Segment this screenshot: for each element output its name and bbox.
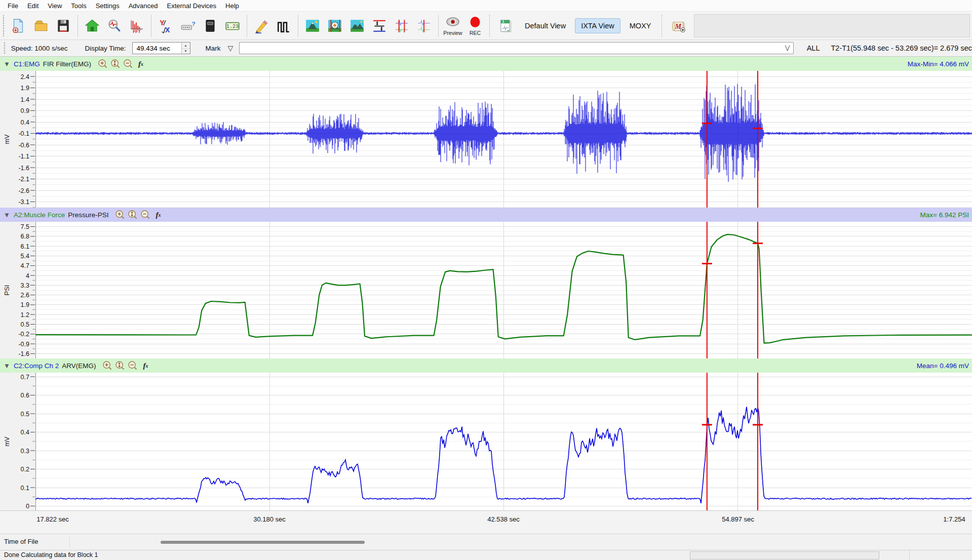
svg-text:-0.1: -0.1 xyxy=(18,130,29,137)
channel-collapse-icon[interactable]: ▼ xyxy=(4,362,10,370)
menu-help[interactable]: Help xyxy=(221,1,244,11)
home-button[interactable] xyxy=(81,13,103,39)
preview-button[interactable]: Preview xyxy=(442,13,464,39)
channel-collapse-icon[interactable]: ▼ xyxy=(4,60,10,68)
full-scale-button[interactable] xyxy=(346,13,368,39)
channel-1-plot[interactable] xyxy=(35,71,972,208)
toolbar-separator xyxy=(662,15,664,37)
svg-text:0: 0 xyxy=(26,503,29,510)
channel-stack: ▼ C1:EMG FIR Filter(EMG) fx Max-Min= 4.0… xyxy=(0,57,972,510)
zoom-in-button[interactable] xyxy=(97,58,108,69)
stimulator-icon xyxy=(276,18,291,33)
find-pulse-button[interactable] xyxy=(103,13,126,39)
menu-settings[interactable]: Settings xyxy=(91,1,124,11)
range-all-button[interactable]: ALL xyxy=(807,44,820,52)
journal-button[interactable] xyxy=(250,13,273,39)
save-file-button[interactable] xyxy=(52,13,74,39)
status-progress-box xyxy=(690,551,879,559)
stimulator-button[interactable] xyxy=(273,13,295,39)
time-tick-label: 30.180 sec xyxy=(253,515,286,523)
zoom-in-icon xyxy=(102,361,112,371)
autoscale-button[interactable] xyxy=(114,360,126,371)
function-fx-button[interactable]: fx xyxy=(140,360,151,371)
svg-text:-3.1: -3.1 xyxy=(18,198,29,206)
open-file-button[interactable] xyxy=(30,13,52,39)
svg-text:4.7: 4.7 xyxy=(21,262,29,269)
views-button[interactable]: 1 xyxy=(495,13,517,39)
scroll-divider xyxy=(69,536,70,548)
two-cursors-icon xyxy=(394,18,409,33)
menu-file[interactable]: File xyxy=(3,1,23,11)
toolbar-group xyxy=(6,12,76,39)
preview-icon xyxy=(446,16,460,30)
numeric-display-button[interactable]: 1.23 xyxy=(221,13,244,39)
time-scrollbar-thumb[interactable] xyxy=(161,541,365,544)
svg-text:-2.6: -2.6 xyxy=(18,187,29,194)
default-view-button[interactable]: Default View xyxy=(519,18,572,33)
ixta-view-button[interactable]: IXTA View xyxy=(575,18,620,33)
menu-edit[interactable]: Edit xyxy=(23,1,43,11)
xy-view-button[interactable]: YX xyxy=(154,13,177,39)
svg-text:FFT: FFT xyxy=(133,29,141,33)
autoscale-button[interactable] xyxy=(127,209,138,220)
svg-text:0.7: 0.7 xyxy=(21,374,29,381)
menu-advanced[interactable]: Advanced xyxy=(124,1,163,11)
channel-3-function: ARV(EMG) xyxy=(62,362,96,370)
macro-button[interactable]: M xyxy=(667,13,689,39)
svg-text:0.9: 0.9 xyxy=(21,107,29,114)
device-info-icon: ? xyxy=(180,18,196,33)
fft-button[interactable]: FFT xyxy=(126,13,148,39)
channel-1-stat-readout: Max-Min= 4.066 mV xyxy=(908,60,972,68)
mark-text-combo[interactable]: ⋁ xyxy=(239,42,793,54)
zoom-cursors-button[interactable] xyxy=(324,13,346,39)
autoscale-button[interactable] xyxy=(110,58,121,69)
two-cursors-button[interactable] xyxy=(391,13,413,39)
moxy-view-button[interactable]: MOXY xyxy=(624,18,657,33)
svg-text:1: 1 xyxy=(502,20,504,23)
svg-text:Y: Y xyxy=(160,18,165,26)
zoom-in-button[interactable] xyxy=(102,360,113,371)
zoom-in-button[interactable] xyxy=(114,209,126,220)
svg-text:-0.2: -0.2 xyxy=(18,331,29,338)
device-info-button[interactable]: ? xyxy=(177,13,199,39)
spinner-up-button[interactable]: ▲ xyxy=(182,43,190,48)
svg-text:mV: mV xyxy=(3,436,11,447)
zoom-out-button[interactable] xyxy=(140,209,151,220)
time-of-file-label: Time of File xyxy=(4,538,38,545)
channel-2-stat-readout: Max= 6.942 PSI xyxy=(920,211,972,219)
status-divider xyxy=(909,550,910,560)
one-cursor-button[interactable] xyxy=(413,13,435,39)
zoom-out-button[interactable] xyxy=(127,360,138,371)
toolbar-group: FFT xyxy=(80,12,149,39)
toolbar-group: M xyxy=(666,12,691,39)
channel-collapse-icon[interactable]: ▼ xyxy=(4,211,10,219)
channel-3-plot[interactable] xyxy=(35,373,972,510)
zoom-in-icon xyxy=(115,210,125,220)
device-panel-button[interactable] xyxy=(199,13,221,39)
marks-view-button[interactable] xyxy=(301,13,324,39)
toolbar-separator xyxy=(489,15,492,37)
toolbar-grip xyxy=(2,15,5,36)
measure-range-button[interactable] xyxy=(368,13,391,39)
menu-view[interactable]: View xyxy=(43,1,66,11)
function-fx-button[interactable]: fx xyxy=(152,209,164,220)
numeric-display-icon: 1.23 xyxy=(225,18,240,33)
svg-text:-2.1: -2.1 xyxy=(18,176,29,183)
channel-1-function: FIR Filter(EMG) xyxy=(43,60,91,68)
main-toolbar: FFTYX?1.23PreviewREC1Default ViewIXTA Vi… xyxy=(0,11,972,40)
one-cursor-icon xyxy=(416,18,432,33)
svg-text:1.4: 1.4 xyxy=(21,96,29,103)
function-fx-button[interactable]: fx xyxy=(135,58,146,69)
svg-text:6.1: 6.1 xyxy=(21,243,29,250)
record-button[interactable]: REC xyxy=(464,13,486,39)
display-time-input[interactable] xyxy=(133,43,181,54)
mark-dropdown-icon[interactable]: ▽ xyxy=(228,44,234,52)
svg-text:0.5: 0.5 xyxy=(21,411,29,418)
menu-tools[interactable]: Tools xyxy=(66,1,91,11)
acquisition-controls-row: Speed: 1000 s/sec Display Time: ▲ ▼ Mark… xyxy=(0,40,972,57)
new-file-button[interactable] xyxy=(8,13,30,39)
menu-external-devices[interactable]: External Devices xyxy=(162,1,221,11)
zoom-out-button[interactable] xyxy=(123,58,134,69)
spinner-down-button[interactable]: ▼ xyxy=(182,48,190,54)
channel-2-plot[interactable] xyxy=(35,222,972,358)
